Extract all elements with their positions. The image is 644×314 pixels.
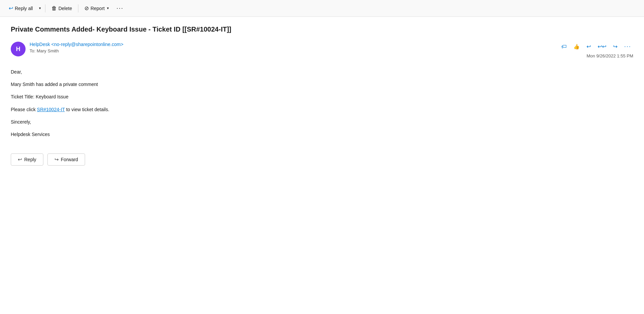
ticket-link[interactable]: SR#10024-IT bbox=[37, 107, 65, 112]
delete-label: Delete bbox=[59, 6, 72, 11]
email-click-prefix: Please click bbox=[11, 107, 37, 112]
like-icon: 👍 bbox=[573, 44, 580, 50]
sender-to: To: Mary Smith bbox=[30, 48, 123, 53]
header-more-button[interactable]: ··· bbox=[622, 42, 633, 51]
toolbar-more-button[interactable]: ··· bbox=[114, 3, 126, 14]
delete-icon: 🗑 bbox=[51, 5, 57, 11]
email-ticket-title: Ticket Title: Keyboard Issue bbox=[11, 93, 633, 101]
tag-icon: 🏷 bbox=[561, 44, 567, 50]
reply-all-header-button[interactable]: ↩↩ bbox=[596, 42, 608, 51]
header-more-icon: ··· bbox=[624, 43, 631, 50]
to-name: Mary Smith bbox=[37, 48, 59, 53]
email-actions-right: 🏷 👍 ↩ ↩↩ ↪ ··· bbox=[559, 42, 633, 58]
more-icon: ··· bbox=[116, 5, 123, 12]
sender-info: H HelpDesk <no-reply@sharepointonline.co… bbox=[11, 42, 123, 56]
reply-all-button[interactable]: ↩ Reply all bbox=[5, 3, 36, 13]
forward-icon: ↪ bbox=[54, 156, 59, 163]
email-line1: Mary Smith has added a private comment bbox=[11, 80, 633, 89]
toolbar-separator-2 bbox=[78, 4, 78, 12]
sender-name[interactable]: HelpDesk <no-reply@sharepointonline.com> bbox=[30, 42, 123, 47]
like-button[interactable]: 👍 bbox=[571, 42, 582, 51]
report-icon: ⊘ bbox=[84, 5, 89, 11]
email-bottom-actions: ↩ Reply ↪ Forward bbox=[11, 149, 633, 166]
forward-header-button[interactable]: ↪ bbox=[611, 42, 619, 51]
avatar-letter: H bbox=[16, 46, 21, 53]
reply-header-button[interactable]: ↩ bbox=[584, 42, 593, 51]
to-label: To: bbox=[30, 48, 35, 53]
reply-header-icon: ↩ bbox=[586, 43, 591, 50]
forward-header-icon: ↪ bbox=[613, 43, 617, 50]
email-container: ↩ Reply all ▾ 🗑 Delete ⊘ Report ▾ ··· Pr… bbox=[0, 0, 644, 314]
reply-label: Reply bbox=[24, 157, 36, 162]
reply-button[interactable]: ↩ Reply bbox=[11, 153, 43, 166]
forward-button[interactable]: ↪ Forward bbox=[47, 153, 85, 166]
reply-all-dropdown-button[interactable]: ▾ bbox=[38, 4, 42, 12]
email-signature: Helpdesk Services bbox=[11, 130, 633, 139]
email-message: Dear, Mary Smith has added a private com… bbox=[11, 68, 633, 139]
email-greeting: Dear, bbox=[11, 68, 633, 76]
toolbar: ↩ Reply all ▾ 🗑 Delete ⊘ Report ▾ ··· bbox=[0, 0, 644, 17]
toolbar-separator-1 bbox=[45, 4, 45, 12]
reply-all-header-icon: ↩↩ bbox=[598, 43, 606, 50]
email-body: Private Comments Added- Keyboard Issue -… bbox=[0, 17, 644, 314]
email-click-suffix: to view ticket details. bbox=[65, 107, 109, 112]
email-date: Mon 9/26/2022 1:55 PM bbox=[586, 53, 633, 58]
sender-details: HelpDesk <no-reply@sharepointonline.com>… bbox=[30, 42, 123, 53]
forward-label: Forward bbox=[61, 157, 78, 162]
report-label: Report bbox=[90, 6, 105, 11]
email-click-line: Please click SR#10024-IT to view ticket … bbox=[11, 105, 633, 114]
reply-all-label: Reply all bbox=[15, 6, 33, 11]
chevron-down-icon: ▾ bbox=[39, 6, 41, 10]
email-header: H HelpDesk <no-reply@sharepointonline.co… bbox=[11, 42, 633, 58]
reply-all-icon: ↩ bbox=[9, 5, 13, 11]
action-icons: 🏷 👍 ↩ ↩↩ ↪ ··· bbox=[559, 42, 633, 51]
email-closing: Sincerely, bbox=[11, 118, 633, 126]
report-chevron-icon: ▾ bbox=[107, 6, 109, 10]
avatar: H bbox=[11, 42, 26, 56]
report-button[interactable]: ⊘ Report ▾ bbox=[81, 3, 112, 13]
reply-icon: ↩ bbox=[18, 156, 22, 163]
delete-button[interactable]: 🗑 Delete bbox=[48, 3, 75, 13]
email-subject: Private Comments Added- Keyboard Issue -… bbox=[11, 25, 633, 34]
tag-button[interactable]: 🏷 bbox=[559, 42, 569, 51]
